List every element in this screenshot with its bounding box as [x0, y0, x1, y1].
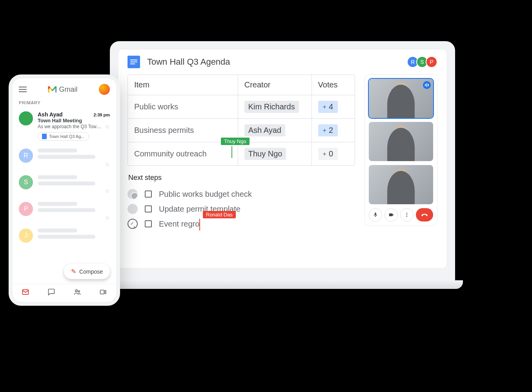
- camera-button[interactable]: [384, 208, 398, 221]
- cell-creator[interactable]: Kim Richards: [238, 95, 312, 118]
- docs-header: Town Hall Q3 Agenda R S P: [118, 49, 447, 74]
- nav-chat-icon[interactable]: [47, 288, 55, 298]
- step-row[interactable]: Update permit template: [128, 201, 355, 216]
- vote-chip[interactable]: + 4: [318, 101, 338, 113]
- speaking-indicator-icon: [423, 81, 431, 89]
- gmail-m-icon: [48, 86, 56, 93]
- microphone-icon: [373, 212, 378, 218]
- more-options-button[interactable]: [400, 208, 414, 221]
- table-header-creator: Creator: [238, 75, 312, 95]
- more-vertical-icon: [404, 212, 410, 218]
- table-header-item: Item: [128, 75, 238, 95]
- sender-avatar[interactable]: R: [19, 149, 33, 163]
- meet-controls: [369, 208, 433, 221]
- cell-votes[interactable]: + 4: [312, 95, 355, 118]
- video-camera-icon: [388, 212, 394, 218]
- skeleton-line: [38, 155, 95, 159]
- step-row[interactable]: Event regro Ronald Das: [128, 216, 355, 231]
- skeleton-line: [38, 181, 95, 185]
- hangup-phone-icon: [421, 211, 428, 219]
- cell-votes[interactable]: + 2: [312, 119, 355, 142]
- cell-creator[interactable]: Thuy Ngo: [238, 142, 312, 165]
- sender-avatar[interactable]: J: [19, 229, 33, 243]
- skeleton-line: [38, 208, 95, 212]
- svg-point-0: [406, 213, 407, 214]
- gmail-logo: Gmail: [32, 85, 93, 94]
- plus-icon: +: [323, 103, 326, 111]
- creator-chip[interactable]: Ash Ayad: [244, 124, 285, 136]
- gmail-header: Gmail: [13, 78, 116, 100]
- nav-meet-icon[interactable]: [99, 288, 107, 298]
- collab-cursor-tag: Thuy Ngo: [221, 138, 249, 145]
- collab-cursor-line: [199, 219, 200, 230]
- docs-window: Town Hall Q3 Agenda R S P Item Creator V…: [118, 49, 447, 269]
- bottom-nav: [13, 284, 116, 302]
- laptop-base: [102, 280, 463, 289]
- cell-votes[interactable]: + 0: [312, 142, 355, 165]
- mic-button[interactable]: [369, 208, 382, 221]
- step-label[interactable]: Public works budget check: [159, 190, 252, 199]
- svg-rect-5: [100, 290, 104, 294]
- collab-cursor-line: [231, 146, 232, 158]
- star-icon[interactable]: ☆: [105, 161, 110, 167]
- docs-file-icon: [42, 134, 47, 139]
- plus-icon: +: [323, 151, 326, 158]
- skeleton-line: [38, 202, 77, 206]
- cell-item[interactable]: Public works: [128, 95, 238, 118]
- docs-content[interactable]: Item Creator Votes Public works Kim Rich…: [128, 74, 355, 231]
- meet-participant-tile[interactable]: [369, 79, 433, 118]
- vote-chip[interactable]: + 0: [318, 148, 338, 160]
- collaborator-avatar[interactable]: P: [426, 56, 437, 68]
- skeleton-line: [38, 235, 95, 239]
- meet-participant-tile[interactable]: [369, 122, 433, 161]
- table-row[interactable]: Community outreach Thuy Ngo Thuy Ngo +: [128, 142, 355, 165]
- plus-icon: +: [323, 127, 326, 134]
- email-item-placeholder[interactable]: P ☆: [13, 198, 116, 225]
- star-icon[interactable]: ☆: [105, 214, 110, 221]
- step-checkbox[interactable]: [145, 191, 152, 198]
- email-subject: Town Hall Meeting: [38, 118, 110, 123]
- attachment-chip[interactable]: Town Hall Q3 Ag...: [38, 132, 89, 141]
- email-sender: Ash Ayad: [38, 111, 63, 118]
- vote-chip[interactable]: + 2: [318, 124, 338, 136]
- profile-avatar[interactable]: [99, 84, 110, 95]
- sender-avatar[interactable]: P: [19, 202, 33, 216]
- svg-point-3: [75, 290, 77, 292]
- email-item-placeholder[interactable]: S ☆: [13, 171, 116, 198]
- meet-participant-tile[interactable]: [369, 165, 433, 204]
- creator-chip[interactable]: Kim Richards: [244, 101, 299, 113]
- svg-point-4: [78, 290, 80, 292]
- primary-tab-label[interactable]: Primary: [13, 100, 116, 107]
- creator-chip[interactable]: Thuy Ngo: [244, 148, 286, 160]
- skeleton-line: [38, 149, 77, 152]
- step-checkbox[interactable]: [145, 205, 152, 212]
- agenda-table: Item Creator Votes Public works Kim Rich…: [128, 74, 355, 166]
- step-label[interactable]: Event regro Ronald Das: [159, 220, 199, 229]
- meet-panel: [364, 74, 437, 226]
- email-item[interactable]: Ash Ayad 2:39 pm Town Hall Meeting As we…: [13, 107, 116, 145]
- compose-label: Compose: [79, 269, 103, 275]
- email-item-placeholder[interactable]: J: [13, 225, 116, 247]
- menu-button[interactable]: [19, 89, 27, 90]
- cell-item[interactable]: Community outreach Thuy Ngo: [128, 142, 238, 165]
- sender-avatar[interactable]: [19, 111, 33, 125]
- table-row[interactable]: Public works Kim Richards + 4: [128, 95, 355, 119]
- docs-title[interactable]: Town Hall Q3 Agenda: [147, 57, 402, 67]
- step-row[interactable]: Public works budget check: [128, 187, 355, 201]
- step-checkbox[interactable]: [145, 220, 152, 227]
- star-icon[interactable]: ☆: [105, 123, 110, 130]
- phone-frame: Gmail Primary Ash Ayad 2:39 pm Town Hall…: [9, 74, 120, 306]
- email-item-placeholder[interactable]: R ☆: [13, 145, 116, 171]
- assignee-avatar-pair-icon[interactable]: [128, 189, 138, 199]
- inbox-list[interactable]: Ash Ayad 2:39 pm Town Hall Meeting As we…: [13, 107, 116, 284]
- sender-avatar[interactable]: S: [19, 175, 33, 189]
- add-assignee-icon[interactable]: [128, 219, 138, 229]
- hangup-button[interactable]: [416, 208, 433, 221]
- google-docs-icon: [128, 56, 140, 68]
- svg-point-2: [406, 216, 407, 217]
- compose-button[interactable]: ✎ Compose: [64, 264, 110, 279]
- nav-spaces-icon[interactable]: [73, 288, 81, 298]
- assignee-avatar-icon[interactable]: [128, 204, 138, 214]
- star-icon[interactable]: ☆: [105, 188, 110, 194]
- nav-mail-icon[interactable]: [22, 288, 29, 298]
